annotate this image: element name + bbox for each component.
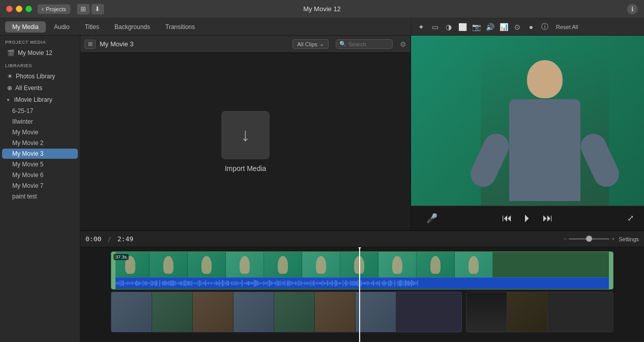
wave-bar [213,282,214,283]
info-detail-icon[interactable]: ⓘ [539,21,550,33]
film-icon: 🎬 [7,49,15,56]
clip-audio-waveform [111,277,613,289]
sidebar-item-photos-library[interactable]: ☀ Photos Library [2,71,78,82]
wave-bar [246,282,247,284]
sidebar-item-paint-test[interactable]: paint test [2,191,78,202]
wave-bar [164,281,165,286]
add-icon: ⊕ [7,84,12,92]
wave-bar [133,282,134,283]
tab-transitions[interactable]: Transitions [158,21,202,33]
wave-bar [307,281,308,285]
clip-thumbnails [111,252,613,277]
sidebar-item-my-movie-7[interactable]: My Movie 7 [2,181,78,191]
color-icon[interactable]: ◑ [443,21,454,33]
bars-icon[interactable]: 📊 [498,21,509,33]
back-button[interactable]: ‹ Projects [37,4,71,14]
grid-view-button[interactable]: ⊞ [77,4,90,15]
sidebar-item-illwinter[interactable]: Illwinter [2,117,78,127]
tab-backgrounds[interactable]: Backgrounds [107,21,157,33]
wave-bar [271,281,272,285]
wave-bar [123,280,124,286]
fullscreen-button[interactable]: ⤢ [627,213,634,223]
sidebar-item-my-movie-12[interactable]: 🎬 My Movie 12 [2,47,78,59]
lower-clip-dark[interactable] [466,292,613,332]
all-clips-button[interactable]: All Clips ⌄ [292,39,329,49]
maximize-button[interactable] [25,6,32,12]
search-input[interactable] [348,41,389,47]
close-button[interactable] [6,6,13,12]
tab-titles[interactable]: Titles [78,21,106,33]
camera-icon[interactable]: 📷 [471,21,482,33]
sidebar-item-6-25-17[interactable]: 6-25-17 [2,106,78,116]
media-browser: ⊞ My Movie 3 All Clips ⌄ 🔍 ⚙ ↓ [80,36,411,230]
zoom-slider[interactable]: − + [564,236,615,242]
clip-right-handle[interactable] [609,252,613,289]
main-clip[interactable]: 37.3s [111,251,613,290]
playhead[interactable] [359,247,360,342]
sidebar-item-imovie-library[interactable]: ▾ iMovie Library [2,94,78,105]
wave-bar [265,282,266,284]
timecode-separator: / [107,235,111,243]
wave-bar [120,280,121,286]
skip-forward-button[interactable]: ⏭ [543,212,553,224]
sidebar-item-my-movie-5[interactable]: My Movie 5 [2,159,78,169]
wave-bar [371,282,372,285]
skip-back-button[interactable]: ⏮ [502,212,512,224]
wave-bar [199,280,200,287]
wave-bar [168,281,169,285]
project-media-label: PROJECT MEDIA [0,36,80,47]
speed-icon[interactable]: ⊙ [512,21,523,33]
scene-thumb-1 [111,292,152,332]
minimize-button[interactable] [16,6,22,12]
wave-bar [347,281,348,286]
wave-bar [159,280,160,287]
magic-wand-icon[interactable]: ✦ [416,21,427,33]
wave-bar [373,280,374,287]
timeline-settings-button[interactable]: Settings [619,236,639,242]
wave-bar [188,281,189,285]
sidebar-toggle-button[interactable]: ⊞ [84,40,96,49]
wave-bar [416,282,417,284]
sidebar-item-all-events[interactable]: ⊕ All Events [2,82,78,94]
import-button[interactable]: ⬇ [91,4,104,15]
wave-bar [232,281,233,286]
wave-bar [207,282,208,284]
wave-bar [374,282,375,284]
tab-bar: My Media Audio Titles Backgrounds Transi… [0,18,411,36]
wave-bar [150,280,151,286]
info-button[interactable]: ℹ [627,4,638,15]
gear-icon[interactable]: ⚙ [400,40,406,48]
sidebar-item-my-movie-2[interactable]: My Movie 2 [2,138,78,148]
mic-button[interactable]: 🎤 [426,213,437,224]
sidebar-item-my-movie-3[interactable]: My Movie 3 [2,149,78,159]
sidebar-item-my-movie[interactable]: My Movie [2,127,78,137]
tab-audio[interactable]: Audio [47,21,77,33]
thumb-figure-5 [278,256,288,274]
sidebar-item-my-movie-6[interactable]: My Movie 6 [2,170,78,180]
wave-bar [211,282,212,284]
wave-bar [370,283,371,284]
zoom-in-icon: + [611,236,614,242]
wave-bar [130,282,131,284]
import-button[interactable]: ↓ [221,111,270,159]
reset-all-button[interactable]: Reset All [553,23,581,31]
wave-bar [361,280,362,286]
audio-icon[interactable]: 🔊 [484,21,495,33]
wave-bar [138,281,139,286]
wave-bar [127,281,128,285]
wave-bar [272,282,273,284]
wave-bar [200,281,201,286]
wave-bar [184,280,185,286]
background-icon[interactable]: ● [525,21,537,33]
trim-icon[interactable]: ⬜ [457,21,468,33]
play-button[interactable]: ⏵ [522,212,533,224]
search-box[interactable]: 🔍 [336,39,393,49]
lower-clip-main[interactable] [111,292,462,332]
zoom-thumb[interactable] [586,236,592,242]
sidebar-label-illwinter: Illwinter [12,118,33,125]
wave-bar [345,280,346,286]
wave-bar [268,280,269,286]
thumb-figure-2 [163,256,173,274]
crop-icon[interactable]: ▭ [429,21,441,33]
tab-my-media[interactable]: My Media [5,21,46,33]
